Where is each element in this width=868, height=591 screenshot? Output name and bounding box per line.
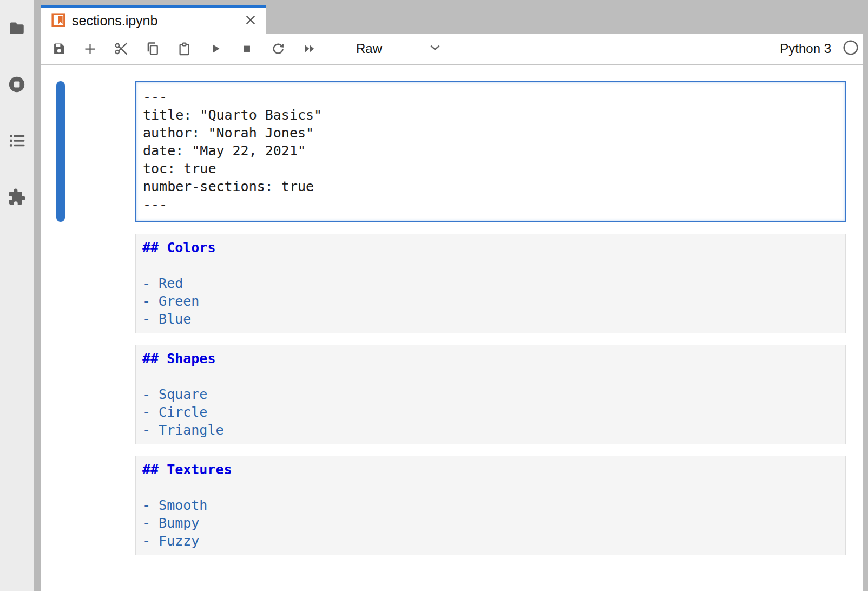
stop-icon — [240, 42, 254, 56]
cell-type-value: Raw — [356, 41, 382, 56]
cell-type-dropdown[interactable]: Raw — [356, 41, 442, 57]
markdown-list-item: - Triangle — [142, 421, 839, 439]
notebook-toolbar: Raw Python 3 — [41, 34, 868, 65]
right-edge-strip — [863, 34, 868, 591]
code-line: number-sections: true — [143, 178, 838, 195]
markdown-list-item: - Bumpy — [142, 514, 839, 532]
plus-icon — [83, 42, 97, 56]
markdown-list-item: - Red — [142, 274, 839, 292]
dock-tab-bar: sections.ipynb — [34, 0, 868, 34]
puzzle-icon — [8, 188, 26, 206]
fast-forward-icon — [302, 41, 317, 56]
clipboard-icon — [177, 42, 192, 56]
interrupt-kernel-button[interactable] — [239, 41, 254, 56]
notebook-icon — [51, 13, 65, 29]
chevron-down-icon — [428, 41, 442, 57]
run-cell-button[interactable] — [208, 41, 223, 56]
code-line: author: "Norah Jones" — [143, 124, 838, 142]
folder-icon — [8, 19, 26, 37]
save-button[interactable] — [51, 41, 66, 56]
sidebar-item-file-browser[interactable] — [8, 19, 26, 37]
sidebar-item-table-of-contents[interactable] — [8, 132, 26, 150]
list-icon — [8, 132, 26, 150]
markdown-list-item: - Square — [142, 385, 839, 403]
stop-circle-icon — [8, 75, 26, 94]
code-line: title: "Quarto Basics" — [143, 106, 838, 124]
markdown-list-item: - Smooth — [142, 496, 839, 514]
close-icon — [244, 14, 257, 29]
code-line: --- — [143, 88, 838, 106]
copy-icon — [145, 41, 160, 56]
notebook-tab[interactable]: sections.ipynb — [41, 5, 266, 34]
markdown-list-item: - Blue — [142, 310, 839, 328]
notebook-panel: --- title: "Quarto Basics" author: "Nora… — [41, 65, 863, 591]
restart-run-all-button[interactable] — [302, 41, 317, 56]
play-icon — [208, 42, 222, 56]
markdown-list-item: - Fuzzy — [142, 532, 839, 550]
kernel-status-icon — [842, 39, 859, 58]
restart-kernel-button[interactable] — [271, 41, 286, 56]
active-cell-collapser[interactable] — [56, 81, 65, 222]
blank-line — [142, 478, 839, 496]
insert-cell-button[interactable] — [82, 41, 97, 56]
markdown-heading: ## Colors — [142, 239, 839, 257]
markdown-heading: ## Textures — [142, 461, 839, 478]
code-line: date: "May 22, 2021" — [143, 142, 838, 160]
raw-cell-editor[interactable]: --- title: "Quarto Basics" author: "Nora… — [135, 81, 846, 222]
markdown-cell-textures[interactable]: ## Textures - Smooth - Bumpy - Fuzzy — [135, 456, 846, 555]
kernel-name: Python 3 — [780, 41, 831, 56]
code-line: toc: true — [143, 160, 838, 178]
markdown-list-item: - Circle — [142, 403, 839, 421]
refresh-icon — [271, 41, 286, 56]
close-tab-button[interactable] — [244, 14, 258, 28]
paste-cells-button[interactable] — [176, 41, 192, 56]
markdown-heading: ## Shapes — [142, 350, 839, 367]
markdown-cell-shapes[interactable]: ## Shapes - Square - Circle - Triangle — [135, 345, 846, 444]
activity-bar — [0, 0, 34, 591]
blank-line — [142, 257, 839, 274]
kernel-indicator[interactable]: Python 3 — [780, 39, 859, 58]
markdown-list-item: - Green — [142, 292, 839, 310]
save-icon — [51, 42, 66, 56]
cut-cells-button[interactable] — [114, 41, 129, 56]
sidebar-item-extensions[interactable] — [8, 188, 26, 206]
markdown-cell-colors[interactable]: ## Colors - Red - Green - Blue — [135, 234, 846, 333]
sidebar-item-running-kernels[interactable] — [8, 75, 26, 94]
tab-title: sections.ipynb — [72, 13, 244, 29]
blank-line — [142, 367, 839, 385]
scissors-icon — [114, 41, 129, 56]
code-line: --- — [143, 195, 838, 213]
sidebar-divider[interactable] — [34, 0, 41, 591]
copy-cells-button[interactable] — [145, 41, 160, 56]
